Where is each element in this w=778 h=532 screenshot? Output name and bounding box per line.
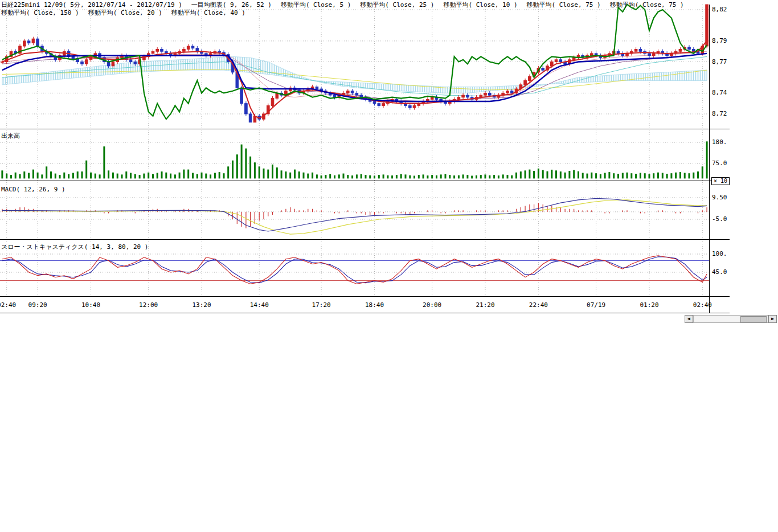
- legend-item: 移動平均( Close, 75 ): [610, 1, 684, 9]
- chikou-span-line: [2, 5, 707, 119]
- chart-legend-line-1: 日経225mini 12/09( 5分, 2012/07/14 - 2012/0…: [1, 1, 693, 9]
- legend-item: 移動平均( Close, 5 ): [281, 1, 351, 9]
- legend-item: 移動平均( Close, 25 ): [360, 1, 434, 9]
- time-axis-label: 22:40: [527, 301, 550, 309]
- time-axis-label: 20:00: [421, 301, 444, 309]
- time-axis-label: 07/19: [585, 301, 608, 309]
- price-axis-label: 8,72: [712, 110, 727, 117]
- stochastics-panel-label: スロー・ストキャスティクス( 14, 3, 80, 20 ): [1, 243, 148, 251]
- time-axis-label: 17:20: [310, 301, 333, 309]
- time-axis-label: 12:00: [137, 301, 160, 309]
- scrollbar-thumb[interactable]: [740, 316, 767, 323]
- scroll-left-button[interactable]: ◀: [685, 315, 693, 323]
- chart-canvas: [0, 0, 778, 319]
- stoch-axis-label: 45.0: [712, 268, 727, 276]
- time-axis-label: 10:40: [80, 301, 103, 309]
- stoch-axis-label: 100.: [712, 250, 727, 257]
- time-axis-label: 02:40: [691, 301, 714, 309]
- time-axis-label: 13:20: [190, 301, 213, 309]
- chart-application-window: 日経225mini 12/09( 5分, 2012/07/14 - 2012/0…: [0, 0, 778, 532]
- legend-item: 日経225mini 12/09( 5分, 2012/07/14 - 2012/0…: [1, 1, 182, 9]
- scroll-right-button[interactable]: ▶: [768, 315, 777, 323]
- legend-item: 移動平均( Close, 10 ): [443, 1, 517, 9]
- time-axis-label: 21:20: [474, 301, 497, 309]
- candlestick-series: [1, 5, 709, 122]
- horizontal-scrollbar[interactable]: ◀ ▶: [685, 315, 777, 323]
- legend-item: 移動平均( Close, 20 ): [88, 9, 162, 17]
- price-axis-label: 8,74: [712, 89, 727, 96]
- volume-axis-label: 75.0: [712, 159, 727, 167]
- time-axis-label: 18:40: [363, 301, 386, 309]
- legend-item: 移動平均( Close, 150 ): [1, 9, 79, 17]
- time-axis-label: 14:40: [248, 301, 271, 309]
- volume-axis-label: 180.: [712, 138, 727, 146]
- time-axis-label: 02:40: [0, 301, 18, 309]
- price-axis-label: 8,77: [712, 58, 727, 66]
- macd-histogram: [2, 203, 707, 228]
- legend-item: 移動平均( Close, 40 ): [171, 9, 245, 17]
- grid-lines: [0, 5, 709, 295]
- chart-legend-line-2: 移動平均( Close, 150 )移動平均( Close, 20 )移動平均(…: [1, 9, 255, 17]
- time-axis-label: 09:20: [26, 301, 49, 309]
- scrollbar-track[interactable]: [693, 315, 768, 323]
- price-axis-label: 8,79: [712, 37, 727, 44]
- macd-axis-label: -5.0: [712, 215, 727, 223]
- legend-item: 移動平均( Close, 75 ): [527, 1, 601, 9]
- volume-bars: [1, 141, 707, 178]
- price-axis-label: 8,82: [712, 6, 727, 13]
- time-axis-label: 01:20: [638, 301, 661, 309]
- macd-line: [2, 198, 707, 231]
- volume-panel-label: 出来高: [1, 132, 20, 140]
- volume-multiplier-badge: × 10: [711, 177, 730, 185]
- macd-panel-label: MACD( 12, 26, 9 ): [1, 186, 65, 193]
- macd-axis-label: 9.50: [712, 194, 727, 201]
- legend-item: 一目均衡表( 9, 26, 52 ): [191, 1, 272, 9]
